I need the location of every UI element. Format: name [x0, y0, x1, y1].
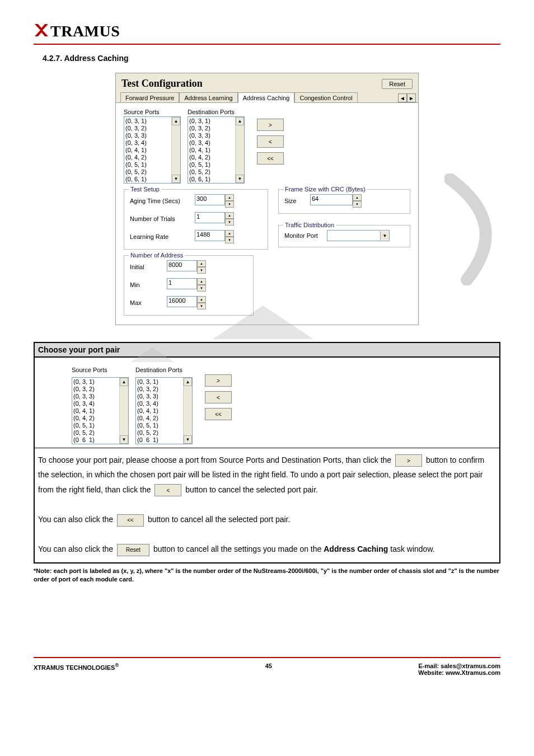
tab-scroll-right-icon[interactable]: ►	[407, 93, 416, 102]
list-item[interactable]: (0, 5, 2)	[189, 168, 234, 176]
destination-ports-listbox[interactable]: (0, 3, 1) (0, 3, 2) (0, 3, 3) (0, 3, 4) …	[188, 116, 245, 184]
learning-rate-input[interactable]: 1488	[195, 230, 225, 241]
spin-up-icon[interactable]: ▲	[353, 194, 362, 201]
list-item[interactable]: (0, 3, 3)	[189, 132, 234, 139]
list-item[interactable]: (0, 3, 4)	[189, 139, 234, 147]
add-pair-button[interactable]: >	[395, 454, 422, 467]
number-of-trials-input[interactable]: 1	[195, 212, 225, 223]
spin-up-icon[interactable]: ▲	[225, 194, 234, 201]
clear-pairs-button[interactable]: <<	[257, 152, 284, 165]
scrollbar[interactable]: ▲ ▼	[183, 378, 192, 444]
list-item[interactable]: (0, 3, 2)	[189, 125, 234, 132]
remove-pair-button[interactable]: <	[154, 484, 181, 496]
scroll-up-icon[interactable]: ▲	[236, 117, 244, 125]
list-item[interactable]: (0, 4, 1)	[125, 147, 170, 154]
clear-pairs-button[interactable]: <<	[205, 408, 232, 420]
list-item[interactable]: (0, 4, 2)	[73, 415, 118, 422]
tab-scroll-left-icon[interactable]: ◄	[398, 93, 407, 102]
list-item[interactable]: (0, 3, 1)	[137, 378, 182, 386]
add-pair-button[interactable]: >	[205, 374, 232, 387]
source-ports-listbox[interactable]: (0, 3, 1) (0, 3, 2) (0, 3, 3) (0, 3, 4) …	[124, 116, 181, 184]
scroll-down-icon[interactable]: ▼	[120, 435, 128, 444]
list-item[interactable]: (0, 5, 2)	[125, 168, 170, 176]
initial-input[interactable]: 8000	[167, 260, 197, 271]
tab-address-caching[interactable]: Address Caching	[238, 92, 295, 103]
spin-down-icon[interactable]: ▼	[225, 237, 234, 243]
spin-up-icon[interactable]: ▲	[225, 212, 234, 219]
list-item[interactable]: (0, 3, 1)	[189, 118, 234, 125]
list-item[interactable]: (0, 5, 1)	[137, 422, 182, 429]
source-ports-listbox[interactable]: (0, 3, 1) (0, 3, 2) (0, 3, 3) (0, 3, 4) …	[72, 377, 129, 444]
list-item[interactable]: (0, 4, 1)	[189, 147, 234, 154]
max-input[interactable]: 16000	[167, 296, 197, 307]
list-item[interactable]: (0, 3, 3)	[137, 393, 182, 400]
spin-up-icon[interactable]: ▲	[197, 260, 206, 267]
scroll-up-icon[interactable]: ▲	[172, 117, 180, 125]
destination-ports-label: Destination Ports	[188, 109, 245, 115]
aging-time-input[interactable]: 300	[195, 194, 225, 205]
list-item[interactable]: (0, 6, 1)	[189, 176, 234, 183]
aging-time-label: Aging Time (Secs)	[130, 198, 191, 204]
scrollbar[interactable]: ▲ ▼	[171, 117, 180, 183]
logo: TRAMUS	[34, 22, 500, 40]
scroll-up-icon[interactable]: ▲	[120, 378, 128, 386]
tab-congestion-control[interactable]: Congestion Control	[294, 92, 357, 102]
scroll-up-icon[interactable]: ▲	[184, 378, 192, 386]
list-item[interactable]: (0, 3, 3)	[73, 393, 118, 400]
list-item[interactable]: (0, 3, 1)	[125, 118, 170, 125]
spin-up-icon[interactable]: ▲	[197, 296, 206, 303]
spin-up-icon[interactable]: ▲	[197, 278, 206, 285]
scroll-down-icon[interactable]: ▼	[236, 175, 244, 183]
spin-down-icon[interactable]: ▼	[353, 201, 362, 208]
spin-down-icon[interactable]: ▼	[225, 201, 234, 208]
list-item[interactable]: (0, 3, 4)	[73, 400, 118, 407]
list-item[interactable]: (0, 3, 3)	[125, 132, 170, 139]
add-pair-button[interactable]: >	[257, 119, 284, 131]
spin-down-icon[interactable]: ▼	[197, 285, 206, 292]
tab-forward-pressure[interactable]: Forward Pressure	[120, 92, 179, 102]
reset-button[interactable]: Reset	[382, 79, 413, 89]
clear-pairs-button[interactable]: <<	[117, 514, 144, 527]
scroll-down-icon[interactable]: ▼	[184, 435, 192, 444]
list-item[interactable]: (0, 3, 4)	[125, 139, 170, 147]
list-item[interactable]: (0, 3, 2)	[73, 386, 118, 393]
frame-size-input[interactable]: 64	[310, 194, 353, 205]
list-item[interactable]: (0, 5, 1)	[125, 161, 170, 168]
scrollbar[interactable]: ▲ ▼	[235, 117, 244, 183]
min-input[interactable]: 1	[167, 278, 197, 289]
list-item[interactable]: (0 6 1)	[73, 436, 118, 444]
list-item[interactable]: (0, 5, 1)	[73, 422, 118, 429]
spin-down-icon[interactable]: ▼	[225, 219, 234, 226]
tab-address-learning[interactable]: Address Learning	[179, 92, 237, 102]
list-item[interactable]: (0, 3, 1)	[73, 378, 118, 386]
spin-up-icon[interactable]: ▲	[225, 230, 234, 237]
remove-pair-button[interactable]: <	[205, 391, 232, 403]
list-item[interactable]: (0, 4, 2)	[137, 415, 182, 422]
spin-down-icon[interactable]: ▼	[197, 267, 206, 274]
number-of-trials-label: Number of Trials	[130, 215, 191, 222]
remove-pair-button[interactable]: <	[257, 135, 284, 148]
reset-button[interactable]: Reset	[117, 544, 149, 556]
list-item[interactable]: (0, 6, 1)	[125, 176, 170, 183]
list-item[interactable]: (0, 5, 2)	[137, 429, 182, 436]
list-item[interactable]: (0, 5, 2)	[73, 429, 118, 436]
list-item[interactable]: (0, 3, 2)	[137, 386, 182, 393]
max-label: Max	[130, 299, 163, 306]
footer-website: Website: www.Xtramus.com	[418, 669, 500, 676]
scroll-down-icon[interactable]: ▼	[172, 175, 180, 183]
spin-down-icon[interactable]: ▼	[197, 303, 206, 309]
dialog-title: Test Configuration	[121, 78, 203, 90]
scrollbar[interactable]: ▲ ▼	[119, 378, 128, 444]
list-item[interactable]: (0, 3, 2)	[125, 125, 170, 132]
destination-ports-listbox[interactable]: (0, 3, 1) (0, 3, 2) (0, 3, 3) (0, 3, 4) …	[135, 377, 193, 444]
list-item[interactable]: (0, 4, 2)	[189, 154, 234, 161]
monitor-port-combo[interactable]: ▼	[327, 230, 390, 241]
list-item[interactable]: (0, 4, 1)	[73, 407, 118, 415]
list-item[interactable]: (0, 3, 4)	[137, 400, 182, 407]
list-item[interactable]: (0 6 1)	[137, 436, 182, 444]
combo-arrow-icon[interactable]: ▼	[380, 231, 389, 240]
list-item[interactable]: (0, 4, 2)	[125, 154, 170, 161]
list-item[interactable]: (0, 4, 1)	[137, 407, 182, 415]
text: You can also click the	[38, 515, 115, 524]
list-item[interactable]: (0, 5, 1)	[189, 161, 234, 168]
